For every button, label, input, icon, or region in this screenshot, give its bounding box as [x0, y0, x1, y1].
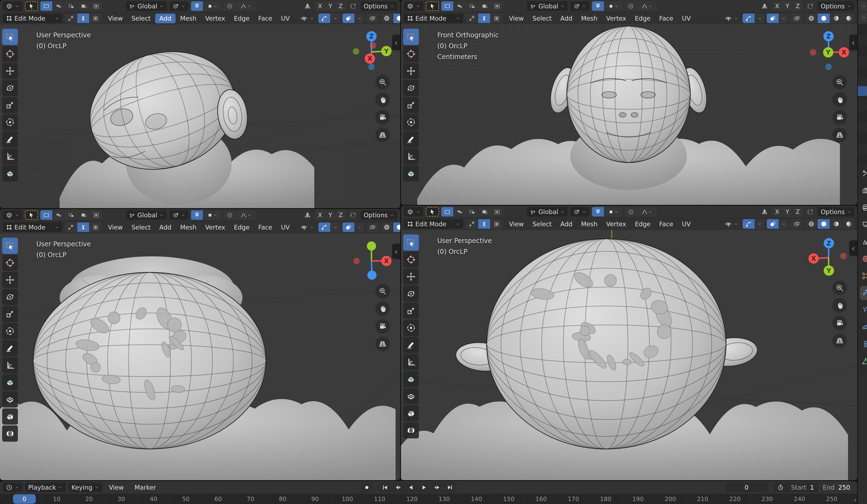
nav-camera-view-button[interactable]	[375, 110, 390, 125]
menu-select[interactable]: Select	[127, 13, 155, 23]
snap-magnet-toggle[interactable]	[592, 207, 604, 216]
transport-next-keyframe-button[interactable]	[431, 482, 443, 493]
face-select-button[interactable]	[491, 13, 503, 23]
toggle-xray-button[interactable]	[791, 219, 803, 229]
select-extend-button[interactable]	[454, 1, 466, 11]
menu-view[interactable]: View	[104, 13, 127, 23]
viewport-canvas-bottom-right[interactable]: User Perspective(0) OrcLPZXY‹	[401, 230, 857, 480]
snap-target-dropdown[interactable]	[604, 1, 622, 11]
mirror-z-toggle[interactable]: Z	[793, 1, 803, 11]
editor-type-button[interactable]	[3, 210, 22, 220]
vertex-select-button[interactable]	[466, 13, 478, 23]
menu-uv[interactable]: UV	[277, 223, 294, 232]
tool-transform-button[interactable]	[2, 323, 18, 339]
outliner-row[interactable]	[858, 57, 867, 67]
tool-transform-button[interactable]	[2, 114, 18, 130]
tool-box-select-button[interactable]	[403, 29, 419, 45]
material-preview-shading-button[interactable]	[830, 13, 842, 23]
mirror-y-toggle[interactable]: Y	[782, 207, 792, 216]
toggle-xray-button[interactable]	[366, 13, 378, 23]
select-intersect-button[interactable]	[90, 210, 102, 220]
active-tool-indicator[interactable]	[25, 1, 38, 11]
transform-orientation-dropdown[interactable]: Global	[527, 207, 568, 216]
edge-select-button[interactable]	[478, 219, 490, 229]
outliner-row[interactable]	[858, 100, 867, 110]
properties-tab-physics[interactable]	[860, 320, 867, 334]
mode-dropdown[interactable]: Edit Mode	[404, 219, 463, 229]
select-set-button[interactable]	[40, 210, 52, 220]
sidebar-toggle-arrow[interactable]: ‹	[849, 35, 857, 50]
menu-edge[interactable]: Edge	[230, 13, 254, 23]
tool-scale-button[interactable]	[2, 306, 18, 322]
snap-target-dropdown[interactable]	[203, 210, 221, 220]
properties-tab-object-data[interactable]	[860, 354, 867, 368]
menu-view[interactable]: View	[104, 223, 127, 232]
menu-mesh[interactable]: Mesh	[176, 223, 201, 232]
mirror-y-toggle[interactable]: Y	[325, 210, 335, 220]
mirror-x-toggle[interactable]: X	[772, 1, 782, 11]
tool-annotate-button[interactable]	[403, 131, 419, 147]
select-intersect-button[interactable]	[491, 1, 503, 11]
select-set-button[interactable]	[441, 207, 453, 216]
strip-partial-button[interactable]	[859, 13, 867, 22]
tool-rotate-button[interactable]	[403, 286, 419, 302]
tool-measure-button[interactable]	[2, 148, 18, 164]
select-invert-button[interactable]	[479, 1, 491, 11]
show-overlays-toggle[interactable]	[767, 13, 779, 23]
material-preview-shading-button[interactable]	[830, 219, 842, 229]
select-extend-button[interactable]	[454, 207, 466, 216]
tool-cursor-button[interactable]	[2, 255, 18, 271]
falloff-curve-dropdown[interactable]	[236, 210, 256, 220]
transform-orientation-dropdown[interactable]: Global	[527, 1, 568, 11]
menu-mesh[interactable]: Mesh	[577, 219, 602, 229]
transport-jump-to-start-button[interactable]	[379, 482, 391, 493]
properties-tab-constraints[interactable]	[860, 337, 867, 351]
outliner-row[interactable]	[858, 35, 867, 45]
select-set-button[interactable]	[441, 1, 453, 11]
nav-pan-button[interactable]	[375, 301, 390, 316]
select-intersect-button[interactable]	[90, 1, 102, 11]
nav-toggle-grid-button[interactable]	[375, 336, 390, 351]
show-gizmos-toggle[interactable]	[318, 13, 330, 23]
nav-camera-view-button[interactable]	[832, 316, 847, 330]
nav-zoom-button[interactable]	[832, 75, 847, 89]
show-object-types-dropdown[interactable]	[723, 219, 740, 229]
options-dropdown[interactable]: Options	[818, 207, 855, 216]
vertex-select-button[interactable]	[466, 219, 478, 229]
tool-cursor-button[interactable]	[403, 46, 419, 62]
outliner-row[interactable]	[858, 24, 867, 35]
nav-zoom-button[interactable]	[832, 280, 847, 295]
transport-previous-keyframe-button[interactable]	[392, 482, 404, 493]
tool-annotate-button[interactable]	[403, 337, 419, 353]
current-frame-field[interactable]: 0	[726, 483, 768, 492]
tool-inset-faces-button[interactable]	[403, 388, 419, 404]
start-frame-field[interactable]: Start1	[787, 483, 818, 492]
timeline-menu-view[interactable]: View	[105, 483, 128, 492]
menu-face[interactable]: Face	[254, 13, 276, 23]
options-dropdown[interactable]: Options	[818, 1, 855, 11]
tool-extrude-region-button[interactable]	[2, 165, 18, 182]
menu-edge[interactable]: Edge	[230, 223, 254, 232]
tool-box-select-button[interactable]	[2, 29, 18, 45]
tool-move-button[interactable]	[2, 272, 18, 288]
properties-tab-render[interactable]	[860, 183, 867, 197]
navigation-gizmo[interactable]: ZXY	[807, 30, 850, 74]
nav-toggle-grid-button[interactable]	[375, 128, 390, 142]
sidebar-toggle-arrow[interactable]: ‹	[849, 240, 857, 256]
select-subtract-button[interactable]	[466, 1, 478, 11]
overlays-dropdown[interactable]	[779, 219, 789, 229]
tool-rotate-button[interactable]	[2, 80, 18, 96]
menu-edge[interactable]: Edge	[631, 219, 655, 229]
strip-partial-button[interactable]	[859, 2, 867, 11]
wireframe-shading-button[interactable]	[381, 223, 393, 232]
select-set-button[interactable]	[40, 1, 52, 11]
tool-cursor-button[interactable]	[2, 46, 18, 62]
viewport-canvas-top-right[interactable]: Front Orthographic(0) OrcLPCentimetersZX…	[401, 24, 857, 205]
menu-mesh[interactable]: Mesh	[577, 13, 602, 23]
pivot-point-dropdown[interactable]	[570, 1, 590, 11]
menu-vertex[interactable]: Vertex	[201, 13, 229, 23]
tool-move-button[interactable]	[2, 63, 18, 79]
menu-vertex[interactable]: Vertex	[602, 219, 630, 229]
snap-target-dropdown[interactable]	[203, 1, 221, 11]
tool-inset-faces-button[interactable]	[2, 391, 18, 408]
